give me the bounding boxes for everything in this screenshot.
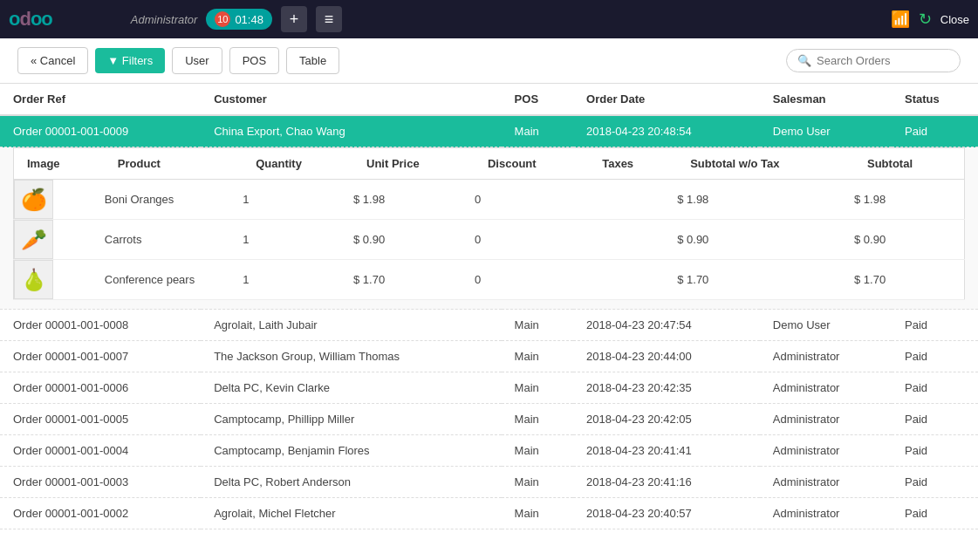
order-salesman: Administrator	[760, 372, 892, 404]
order-customer: Agrolait, Laith Jubair	[201, 310, 501, 341]
refresh-icon: ↻	[919, 10, 932, 29]
product-discount: 0	[475, 220, 589, 260]
product-icon: 🥕	[14, 220, 53, 259]
product-taxes	[589, 220, 677, 260]
product-taxes	[589, 260, 677, 300]
order-salesman: Demo User	[760, 115, 892, 147]
order-pos: Main	[502, 372, 574, 404]
search-icon: 🔍	[797, 54, 811, 67]
product-icon: 🍊	[14, 180, 53, 219]
cancel-button[interactable]: « Cancel	[17, 47, 88, 74]
order-date: 2018-04-23 20:42:05	[573, 404, 760, 435]
active-tab[interactable]: 10 01:48	[206, 9, 272, 30]
toolbar: « Cancel ▼ Filters User POS Table 🔍	[0, 38, 978, 84]
col-pos: POS	[502, 84, 574, 115]
product-name: Conference pears	[105, 260, 243, 300]
order-pos: Main	[502, 115, 574, 147]
product-image: 🥕	[14, 220, 105, 260]
order-status: Paid	[892, 372, 978, 404]
tab-time: 01:48	[235, 13, 263, 26]
product-unit-price: $ 0.90	[353, 220, 475, 260]
order-salesman: Administrator	[760, 467, 892, 498]
order-pos: Main	[502, 310, 574, 341]
order-ref: Order 00001-001-0003	[0, 467, 201, 498]
order-status: Paid	[892, 467, 978, 498]
table-row[interactable]: Order 00001-001-0007 The Jackson Group, …	[0, 341, 978, 372]
user-button[interactable]: User	[172, 47, 222, 74]
order-salesman: Administrator	[760, 404, 892, 435]
table-button[interactable]: Table	[286, 47, 339, 74]
order-customer: The Jackson Group, William Thomas	[201, 341, 501, 372]
order-ref: Order 00001-001-0004	[0, 435, 201, 467]
main-content: « Cancel ▼ Filters User POS Table 🔍 Orde…	[0, 38, 978, 560]
order-customer: Delta PC, Robert Anderson	[201, 467, 501, 498]
order-pos: Main	[502, 498, 574, 529]
order-status: Paid	[892, 341, 978, 372]
order-customer: Agrolait, Michel Fletcher	[201, 498, 501, 529]
order-ref: Order 00001-001-0006	[0, 372, 201, 404]
order-pos: Main	[502, 435, 574, 467]
order-pos: Main	[502, 404, 574, 435]
order-customer: Camptocamp, Phillipp Miller	[201, 404, 501, 435]
order-pos: Main	[502, 467, 574, 498]
order-salesman: Demo User	[760, 310, 892, 341]
topbar-right: 📶 ↻ Close	[891, 10, 969, 29]
product-subtotal-wo-tax: $ 0.90	[677, 220, 854, 260]
order-pos: Main	[502, 341, 574, 372]
order-ref: Order 00001-001-0009	[0, 115, 201, 147]
col-subtotal: Subtotal	[854, 148, 965, 180]
table-row[interactable]: Order 00001-001-0006 Delta PC, Kevin Cla…	[0, 372, 978, 404]
topbar: odoo Administrator 10 01:48 + ≡ 📶 ↻ Clos…	[0, 0, 978, 38]
table-row[interactable]: Order 00001-001-0003 Delta PC, Robert An…	[0, 467, 978, 498]
product-row: 🍊 Boni Oranges 1 $ 1.98 0 $ 1.98 $ 1.98	[14, 180, 965, 220]
order-customer: Delta PC, Kevin Clarke	[201, 372, 501, 404]
product-unit-price: $ 1.70	[353, 260, 475, 300]
table-row[interactable]: Order 00001-001-0005 Camptocamp, Phillip…	[0, 404, 978, 435]
order-ref: Order 00001-001-0007	[0, 341, 201, 372]
product-subtotal: $ 1.98	[854, 180, 965, 220]
order-ref: Order 00001-001-0002	[0, 498, 201, 529]
order-salesman: Administrator	[760, 435, 892, 467]
filters-button[interactable]: ▼ Filters	[95, 48, 165, 73]
search-input[interactable]	[817, 54, 947, 67]
col-discount: Discount	[475, 148, 589, 180]
order-status: Paid	[892, 404, 978, 435]
order-date: 2018-04-23 20:42:35	[573, 372, 760, 404]
col-product: Product	[105, 148, 243, 180]
product-quantity: 1	[243, 180, 353, 220]
table-row[interactable]: Order 00001-001-0008 Agrolait, Laith Jub…	[0, 310, 978, 341]
menu-button[interactable]: ≡	[316, 6, 342, 32]
close-button[interactable]: Close	[940, 13, 969, 26]
pos-button[interactable]: POS	[229, 47, 279, 74]
product-name: Boni Oranges	[105, 180, 243, 220]
product-discount: 0	[475, 260, 589, 300]
col-salesman: Salesman	[760, 84, 892, 115]
search-box[interactable]: 🔍	[786, 49, 961, 72]
product-subtotal-wo-tax: $ 1.70	[677, 260, 854, 300]
col-order-date: Order Date	[573, 84, 760, 115]
product-quantity: 1	[243, 220, 353, 260]
admin-label: Administrator	[131, 13, 198, 26]
order-salesman: Administrator	[760, 498, 892, 529]
col-order-ref: Order Ref	[0, 84, 201, 115]
col-image: Image	[14, 148, 105, 180]
col-quantity: Quantity	[243, 148, 353, 180]
table-row[interactable]: Order 00001-001-0002 Agrolait, Michel Fl…	[0, 498, 978, 529]
product-sub-table: Image Product Quantity Unit Price Discou…	[13, 147, 965, 300]
table-row[interactable]: Order 00001-001-0004 Camptocamp, Benjami…	[0, 435, 978, 467]
table-header-row: Order Ref Customer POS Order Date Salesm…	[0, 84, 978, 115]
table-row[interactable]: Order 00001-001-0009 China Export, Chao …	[0, 115, 978, 147]
order-date: 2018-04-23 20:41:41	[573, 435, 760, 467]
order-date: 2018-04-23 20:44:00	[573, 341, 760, 372]
order-status: Paid	[892, 310, 978, 341]
product-subtotal: $ 1.70	[854, 260, 965, 300]
product-subtotal-wo-tax: $ 1.98	[677, 180, 854, 220]
orders-table: Order Ref Customer POS Order Date Salesm…	[0, 84, 978, 529]
col-customer: Customer	[201, 84, 501, 115]
filter-icon: ▼	[107, 54, 121, 67]
order-status: Paid	[892, 498, 978, 529]
col-status: Status	[892, 84, 978, 115]
order-ref: Order 00001-001-0005	[0, 404, 201, 435]
add-button[interactable]: +	[281, 6, 307, 32]
order-status: Paid	[892, 435, 978, 467]
